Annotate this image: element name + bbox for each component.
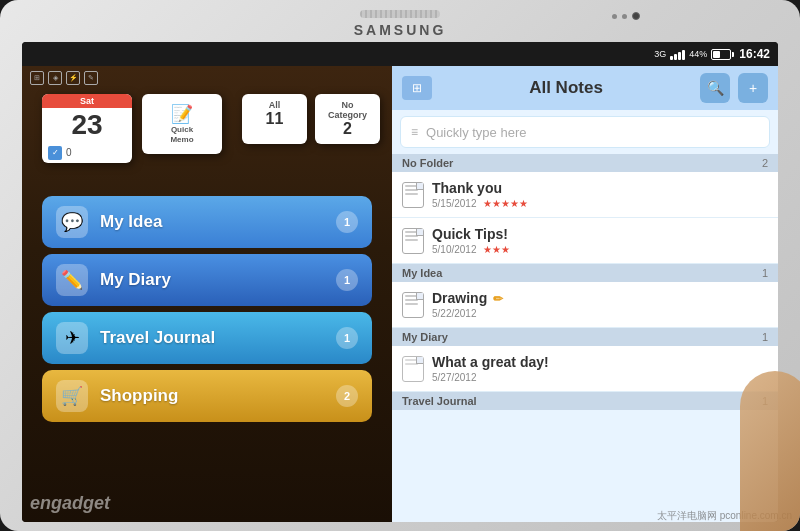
right-pane: ⊞ All Notes 🔍 + ≡ Quickly type here No F… [392, 66, 778, 522]
note-doc-line [405, 295, 418, 297]
status-icons: 3G 44% 16:42 [654, 47, 770, 61]
notes-title: All Notes [440, 78, 692, 98]
folder-item-my-diary[interactable]: ✏️ My Diary 1 [42, 254, 372, 306]
calendar-widget[interactable]: Sat 23 ✓ 0 [42, 94, 132, 163]
drawing-pencil-icon: ✏ [493, 292, 503, 306]
note-content-quick-tips: Quick Tips! 5/10/2012 ★★★ [432, 226, 768, 255]
quick-type-placeholder: Quickly type here [426, 125, 526, 140]
sensor-dot2 [622, 14, 627, 19]
note-doc-icon-3 [402, 292, 424, 318]
notes-header: ⊞ All Notes 🔍 + [392, 66, 778, 110]
section-title-my-idea: My Idea [402, 267, 442, 279]
note-meta-great-day: 5/27/2012 [432, 372, 768, 383]
calendar-footer: ✓ 0 [42, 143, 132, 163]
category-all-label: All [248, 100, 301, 110]
quick-memo-widget[interactable]: 📝 Quick Memo [142, 94, 222, 154]
battery-icon [711, 49, 731, 60]
status-bar: 3G 44% 16:42 [22, 42, 778, 66]
content-area: ⊞ ◈ ⚡ ✎ 📝 Quick Memo Sat 23 [22, 66, 778, 522]
section-count-my-diary: 1 [762, 331, 768, 343]
note-stars-thank-you: ★★★★★ [483, 198, 528, 209]
note-meta-drawing: 5/22/2012 [432, 308, 768, 319]
folder-item-travel-journal[interactable]: ✈ Travel Journal 1 [42, 312, 372, 364]
folder-name-shopping: Shopping [100, 386, 324, 406]
quick-type-area[interactable]: ≡ Quickly type here [400, 116, 770, 148]
left-status-row: ⊞ ◈ ⚡ ✎ [22, 66, 392, 90]
notes-search-button[interactable]: 🔍 [700, 73, 730, 103]
note-item-thank-you[interactable]: Thank you 5/15/2012 ★★★★★ [392, 172, 778, 218]
charge-icon: ⚡ [66, 71, 80, 85]
folder-count-shopping: 2 [336, 385, 358, 407]
note-title-drawing: Drawing ✏ [432, 290, 768, 306]
hand-silhouette [740, 371, 800, 531]
category-all-widget[interactable]: All 11 [242, 94, 307, 144]
note-doc-line [405, 239, 418, 241]
section-title-travel-journal: Travel Journal [402, 395, 477, 407]
wifi-icon: ◈ [48, 71, 62, 85]
sensor-dot [612, 14, 617, 19]
screen: 3G 44% 16:42 ⊞ [22, 42, 778, 522]
calendar-check-icon: ✓ [48, 146, 62, 160]
note-date-drawing: 5/22/2012 [432, 308, 477, 319]
category-widgets: All 11 No Category 2 [242, 94, 380, 144]
note-doc-line [405, 235, 418, 237]
signal-bar-3 [678, 52, 681, 60]
note-doc-line [405, 189, 418, 191]
note-title-quick-tips: Quick Tips! [432, 226, 768, 242]
battery-fill [713, 51, 720, 58]
folder-name-travel-journal: Travel Journal [100, 328, 324, 348]
calendar-day-number: 23 [42, 108, 132, 143]
note-date-quick-tips: 5/10/2012 [432, 244, 477, 255]
quick-type-icon: ≡ [411, 125, 418, 139]
signal-bars [670, 48, 685, 60]
battery-percent: 44% [689, 49, 707, 59]
note-item-great-day[interactable]: What a great day! 5/27/2012 [392, 346, 778, 392]
section-header-travel-journal: Travel Journal 1 [392, 392, 778, 410]
note-meta-thank-you: 5/15/2012 ★★★★★ [432, 198, 768, 209]
calendar-day-name: Sat [42, 94, 132, 108]
note-doc-line [405, 185, 418, 187]
signal-bar-2 [674, 54, 677, 60]
calendar-event-count: 0 [66, 147, 72, 158]
note-doc-icon-2 [402, 228, 424, 254]
speaker-grill [360, 10, 440, 18]
quick-memo-label: Quick Memo [170, 125, 193, 144]
camera-area [612, 12, 640, 20]
section-count-no-folder: 2 [762, 157, 768, 169]
note-doc-line [405, 299, 418, 301]
note-content-drawing: Drawing ✏ 5/22/2012 [432, 290, 768, 319]
section-count-my-idea: 1 [762, 267, 768, 279]
note-doc-line [405, 193, 418, 195]
folder-icon-my-idea: 💬 [56, 206, 88, 238]
folder-count-my-idea: 1 [336, 211, 358, 233]
status-time: 16:42 [739, 47, 770, 61]
note-doc-line [405, 359, 418, 361]
left-pane: ⊞ ◈ ⚡ ✎ 📝 Quick Memo Sat 23 [22, 66, 392, 522]
edit-icon: ✎ [84, 71, 98, 85]
notes-grid-icon[interactable]: ⊞ [402, 76, 432, 100]
samsung-logo: SAMSUNG [0, 22, 800, 38]
quick-memo-icon: 📝 [171, 103, 193, 125]
camera-dot [632, 12, 640, 20]
notes-add-button[interactable]: + [738, 73, 768, 103]
note-meta-quick-tips: 5/10/2012 ★★★ [432, 244, 768, 255]
notes-list[interactable]: No Folder 2 Thank you 5/15/2012 [392, 154, 778, 522]
category-none-count: 2 [321, 120, 374, 138]
note-item-drawing[interactable]: Drawing ✏ 5/22/2012 [392, 282, 778, 328]
folder-item-shopping[interactable]: 🛒 Shopping 2 [42, 370, 372, 422]
note-doc-line [405, 303, 418, 305]
category-none-widget[interactable]: No Category 2 [315, 94, 380, 144]
folder-count-travel-journal: 1 [336, 327, 358, 349]
note-content-thank-you: Thank you 5/15/2012 ★★★★★ [432, 180, 768, 209]
note-item-quick-tips[interactable]: Quick Tips! 5/10/2012 ★★★ [392, 218, 778, 264]
widget-icon: ⊞ [30, 71, 44, 85]
folder-item-my-idea[interactable]: 💬 My Idea 1 [42, 196, 372, 248]
note-doc-line [405, 231, 418, 233]
device-shell: SAMSUNG 3G 44% [0, 0, 800, 531]
category-none-label: No Category [321, 100, 374, 120]
note-title-great-day: What a great day! [432, 354, 768, 370]
folder-name-my-idea: My Idea [100, 212, 324, 232]
section-title-no-folder: No Folder [402, 157, 453, 169]
folder-name-my-diary: My Diary [100, 270, 324, 290]
folder-count-my-diary: 1 [336, 269, 358, 291]
